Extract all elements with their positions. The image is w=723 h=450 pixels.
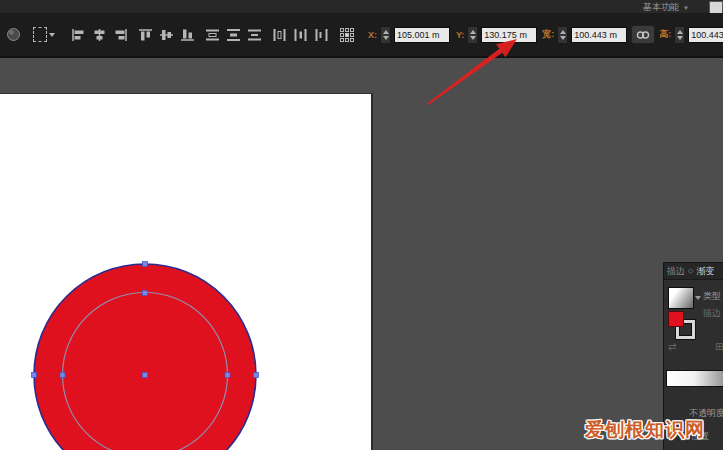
control-bar: X: Y: 宽: 高: <box>0 13 723 58</box>
chevron-down-icon: ▼ <box>683 5 689 11</box>
gradient-slider-bar[interactable] <box>666 370 723 387</box>
chevron-down-icon <box>49 33 55 37</box>
stroke-label: 描边 <box>703 307 721 320</box>
height-label: 高: <box>659 28 671 41</box>
align-top-icon[interactable] <box>138 27 153 42</box>
gradient-angle-icon[interactable]: ⊞ <box>715 341 723 352</box>
gradient-swatch[interactable] <box>668 287 694 309</box>
app-bar: 基本功能 ▼ <box>0 0 723 14</box>
distribute-right-icon[interactable] <box>314 27 329 42</box>
distribute-left-icon[interactable] <box>272 27 287 42</box>
height-input[interactable] <box>688 27 723 43</box>
y-field-group: Y: <box>456 26 537 44</box>
distribute-bottom-icon[interactable] <box>247 27 262 42</box>
y-label: Y: <box>456 30 464 40</box>
align-bottom-icon[interactable] <box>180 27 195 42</box>
panel-tabs: 描边 ◇ 渐变 <box>664 263 723 280</box>
tab-stroke[interactable]: 描边 <box>667 265 685 278</box>
distribute-center-icon[interactable] <box>293 27 308 42</box>
width-input[interactable] <box>571 27 627 43</box>
align-right-icon[interactable] <box>113 27 128 42</box>
width-stepper[interactable] <box>557 26 568 44</box>
style-circle-icon[interactable] <box>6 27 21 42</box>
height-stepper[interactable] <box>674 26 685 44</box>
distribute-top-icon[interactable] <box>205 27 220 42</box>
reference-point-grid-icon[interactable] <box>339 27 354 42</box>
reverse-gradient-icon[interactable]: ⇄ <box>668 341 676 352</box>
dashed-box-icon <box>33 27 47 42</box>
y-stepper[interactable] <box>467 26 478 44</box>
x-label: X: <box>368 30 377 40</box>
align-middle-icon[interactable] <box>159 27 174 42</box>
y-input[interactable] <box>481 27 537 43</box>
artboard[interactable] <box>0 93 371 450</box>
x-stepper[interactable] <box>380 26 391 44</box>
align-center-icon[interactable] <box>92 27 107 42</box>
distribute-middle-icon[interactable] <box>226 27 241 42</box>
height-field-group: 高: <box>659 26 723 44</box>
select-similar-icon[interactable] <box>33 27 55 42</box>
tab-gradient[interactable]: 渐变 <box>696 265 714 278</box>
width-field-group: 宽: <box>542 26 627 44</box>
diamond-icon: ◇ <box>688 267 693 275</box>
watermark-text: 爱刨根知识网 <box>585 417 705 443</box>
x-field-group: X: <box>368 26 450 44</box>
constrain-proportions-button[interactable] <box>631 25 655 44</box>
x-input[interactable] <box>394 27 450 43</box>
type-label: 类型 <box>703 290 721 303</box>
width-label: 宽: <box>542 28 554 41</box>
link-icon <box>636 30 650 40</box>
chevron-down-icon[interactable] <box>695 296 701 300</box>
illustrator-window: 基本功能 ▼ <box>0 0 723 450</box>
fill-color-swatch[interactable] <box>668 311 684 327</box>
align-left-icon[interactable] <box>71 27 86 42</box>
